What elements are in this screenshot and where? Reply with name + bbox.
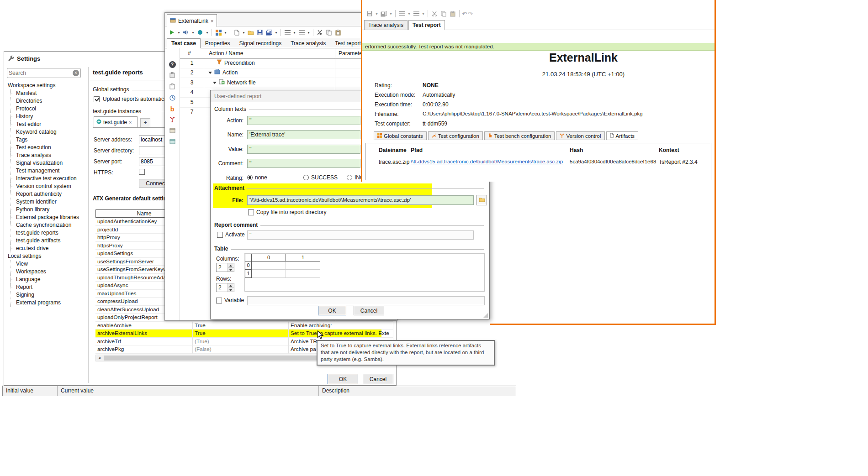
- spin-down-icon[interactable]: [228, 288, 234, 292]
- comment-field[interactable]: '': [247, 159, 360, 168]
- tab-global-constants[interactable]: Global constants: [374, 131, 427, 140]
- sidebar-item-keyword-catalog[interactable]: Keyword catalog: [6, 128, 87, 136]
- paste-icon[interactable]: [449, 10, 457, 18]
- radio-none-label[interactable]: none: [255, 174, 267, 181]
- column-header-parameter[interactable]: Paramete: [339, 50, 362, 57]
- open-folder-icon[interactable]: [247, 28, 255, 37]
- chevron-down-icon[interactable]: ▾: [389, 12, 393, 16]
- spin-down-icon[interactable]: [228, 268, 234, 272]
- tab-test-report[interactable]: Test report: [330, 38, 365, 48]
- collapse-steps-icon[interactable]: [283, 28, 291, 37]
- spin-up-icon[interactable]: [228, 263, 234, 268]
- chevron-down-icon[interactable]: ▾: [223, 31, 228, 35]
- column-header-current-value[interactable]: Current value: [58, 386, 319, 396]
- clipboard-icon[interactable]: [169, 84, 175, 91]
- save-icon[interactable]: [365, 10, 374, 18]
- sidebar-item-external-programs[interactable]: External programs: [6, 299, 87, 307]
- tab-test-bench-configuration[interactable]: Test bench configuration: [484, 131, 555, 140]
- column-header-description[interactable]: Description: [319, 386, 516, 396]
- tab-artifacts[interactable]: Artifacts: [606, 131, 639, 140]
- chevron-down-icon[interactable]: ▾: [177, 31, 181, 35]
- sidebar-item-ecu-test-drive[interactable]: ecu.test drive: [6, 245, 87, 252]
- file-field[interactable]: '\\\\tt-ddvs15.ad.tracetronic.de\\buildb…: [247, 195, 474, 205]
- save-all-icon[interactable]: [265, 28, 273, 37]
- copy-file-checkbox[interactable]: [248, 209, 254, 215]
- sidebar-item-version-control-system[interactable]: Version control system: [6, 183, 87, 190]
- grid-row-header[interactable]: 1: [245, 270, 252, 278]
- cut-icon[interactable]: [316, 28, 324, 37]
- tree-group-workspace[interactable]: Workspace settings: [6, 82, 87, 89]
- sidebar-item-history[interactable]: History: [6, 113, 87, 120]
- grid-cell[interactable]: [286, 270, 320, 278]
- play-icon[interactable]: [168, 28, 176, 37]
- sidebar-item-python-library[interactable]: Python library: [6, 206, 87, 214]
- sidebar-item-trace-analysis[interactable]: Trace analysis: [6, 152, 87, 159]
- cancel-button[interactable]: Cancel: [363, 374, 393, 384]
- chevron-down-icon[interactable]: ▾: [407, 12, 411, 16]
- grid-row-header[interactable]: 0: [245, 262, 252, 270]
- sidebar-item-test-management[interactable]: Test management: [6, 167, 87, 175]
- copy-icon[interactable]: [325, 28, 333, 37]
- radio-success[interactable]: [303, 175, 309, 180]
- sidebar-item-test-guide-artifacts[interactable]: test.guide artifacts: [6, 237, 87, 245]
- name-field[interactable]: 'External trace': [247, 130, 360, 139]
- grid-column-header[interactable]: 0: [252, 254, 286, 262]
- table-row-highlighted[interactable]: archiveExternalLinks True Set to True to…: [95, 330, 393, 338]
- tab-version-control[interactable]: Version control: [556, 131, 604, 140]
- grid-cell[interactable]: [286, 262, 320, 270]
- variable-field[interactable]: [247, 296, 485, 305]
- tab-trace-analysis[interactable]: Trace analysis: [364, 20, 408, 30]
- view-grid-icon[interactable]: [214, 28, 222, 37]
- redo-icon[interactable]: ↷: [468, 10, 473, 17]
- chevron-down-icon[interactable]: ▾: [274, 31, 278, 35]
- chevron-down-icon[interactable]: ▾: [307, 31, 311, 35]
- tree-group-local[interactable]: Local settings: [6, 252, 87, 260]
- debug-icon[interactable]: [196, 28, 204, 37]
- radio-none[interactable]: [247, 175, 253, 180]
- clock-icon[interactable]: [169, 95, 175, 102]
- columns-stepper[interactable]: 2: [216, 263, 234, 272]
- report-comment-field[interactable]: '': [247, 230, 474, 240]
- artifact-path-link[interactable]: \\tt-ddvs15.ad.tracetronic.de\buildbot\M…: [411, 159, 563, 164]
- sidebar-item-test-execution[interactable]: Test execution: [6, 144, 87, 152]
- grid-column-header[interactable]: 1: [286, 254, 320, 262]
- tab-trace-analysis[interactable]: Trace analysis: [286, 38, 330, 48]
- close-icon[interactable]: ×: [211, 18, 213, 24]
- tab-test-case[interactable]: Test case: [167, 38, 201, 48]
- branch-icon[interactable]: [169, 116, 175, 124]
- tab-test-configuration[interactable]: Test configuration: [428, 131, 483, 140]
- paste-icon[interactable]: [334, 28, 342, 37]
- sidebar-item-signing[interactable]: Signing: [6, 291, 87, 299]
- column-header-index[interactable]: #: [188, 50, 191, 57]
- sidebar-item-test-guide-reports[interactable]: test.guide reports: [6, 229, 87, 237]
- radio-inconclusive[interactable]: [347, 175, 352, 180]
- table-row[interactable]: enableArchive True Enable archiving:: [95, 322, 393, 330]
- tab-properties[interactable]: Properties: [201, 38, 235, 48]
- save-icon[interactable]: [256, 28, 264, 37]
- spin-up-icon[interactable]: [228, 283, 234, 288]
- chevron-down-icon[interactable]: ▾: [205, 31, 209, 35]
- sidebar-item-tags[interactable]: Tags: [6, 136, 87, 144]
- rows-stepper[interactable]: 2: [216, 283, 234, 292]
- sidebar-item-report-authenticity[interactable]: Report authenticity: [6, 190, 87, 198]
- cut-icon[interactable]: [430, 10, 439, 18]
- column-header-initial-value[interactable]: Initial value: [3, 386, 58, 396]
- undo-icon[interactable]: ↶: [462, 10, 467, 17]
- sidebar-item-report[interactable]: Report: [6, 283, 87, 291]
- radio-success-label[interactable]: SUCCESS: [311, 174, 338, 181]
- upload-reports-checkbox[interactable]: [94, 96, 100, 102]
- tab-externallink[interactable]: ExternalLink ×: [167, 14, 217, 27]
- browse-button[interactable]: [476, 195, 487, 205]
- package-icon[interactable]: [169, 128, 175, 135]
- audio-icon[interactable]: [182, 28, 190, 37]
- tab-test-guide-instance[interactable]: test.guide ×: [94, 116, 138, 127]
- chevron-down-icon[interactable]: ▾: [191, 31, 195, 35]
- search-input[interactable]: [7, 68, 81, 78]
- new-file-icon[interactable]: [233, 28, 241, 37]
- chevron-down-icon[interactable]: ▾: [421, 12, 425, 16]
- sidebar-item-signal-visualization[interactable]: Signal visualization: [6, 159, 87, 167]
- grid-cell[interactable]: [252, 262, 286, 270]
- chevron-down-icon[interactable]: ▾: [375, 12, 379, 16]
- tracetronic-icon[interactable]: b: [170, 106, 175, 112]
- chevron-down-icon[interactable]: [213, 82, 217, 84]
